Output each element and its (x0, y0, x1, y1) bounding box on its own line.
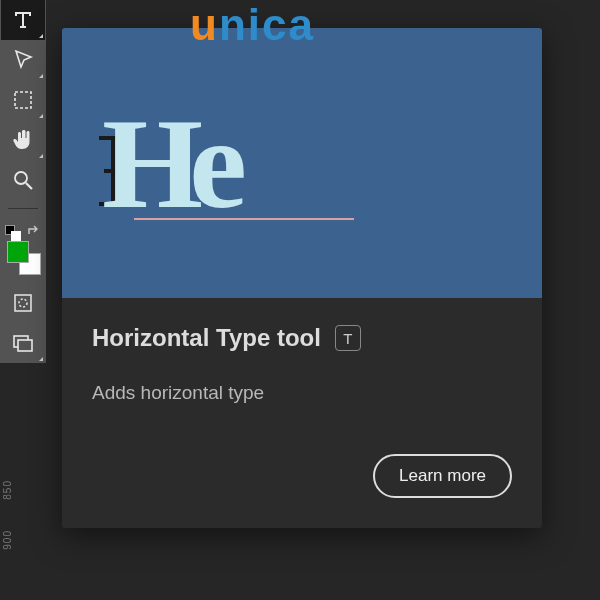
tooltip-title-row: Horizontal Type tool T (92, 324, 512, 352)
screen-mode-icon (11, 331, 35, 355)
svg-point-4 (19, 299, 27, 307)
move-tool[interactable] (1, 40, 45, 80)
shortcut-badge: T (335, 325, 361, 351)
watermark-a: a (289, 0, 315, 49)
preview-letter-e: e (189, 98, 247, 228)
text-baseline (134, 218, 354, 220)
toolbar (0, 0, 46, 363)
quick-mask-icon (11, 291, 35, 315)
svg-rect-0 (15, 92, 31, 108)
screen-mode-tool[interactable] (1, 323, 45, 363)
tooltip-title: Horizontal Type tool (92, 324, 321, 352)
preview-letter-h: H (102, 98, 195, 228)
type-icon (11, 8, 35, 32)
marquee-tool[interactable] (1, 80, 45, 120)
tool-tooltip: He Horizontal Type tool T Adds horizonta… (62, 28, 542, 528)
type-tool[interactable] (1, 0, 45, 40)
magnifier-icon (11, 168, 35, 192)
watermark-n: n (219, 0, 248, 49)
watermark-c: c (262, 0, 288, 49)
preview-text: He (102, 98, 253, 228)
watermark-i: i (248, 0, 262, 49)
ruler-mark: 850 (2, 480, 13, 500)
tooltip-description: Adds horizontal type (92, 382, 512, 404)
svg-line-2 (26, 183, 32, 189)
hand-tool[interactable] (1, 120, 45, 160)
zoom-tool[interactable] (1, 160, 45, 200)
ruler-vertical: 850 900 (0, 480, 14, 549)
svg-rect-6 (18, 340, 32, 351)
marquee-icon (11, 88, 35, 112)
svg-rect-3 (15, 295, 31, 311)
quick-mask-tool[interactable] (1, 283, 45, 323)
watermark-logo: unica (190, 0, 315, 50)
tooltip-preview: He (62, 28, 542, 298)
hand-icon (11, 128, 35, 152)
learn-more-button[interactable]: Learn more (373, 454, 512, 498)
ruler-mark: 900 (2, 530, 13, 550)
tooltip-body: Horizontal Type tool T Adds horizontal t… (62, 298, 542, 528)
svg-point-1 (15, 172, 27, 184)
default-colors-icon[interactable] (5, 225, 19, 239)
foreground-color-swatch[interactable] (7, 241, 29, 263)
cursor-icon (11, 48, 35, 72)
swap-colors-icon[interactable] (27, 225, 41, 239)
color-swatch[interactable] (1, 223, 45, 273)
watermark-u: u (190, 0, 219, 49)
